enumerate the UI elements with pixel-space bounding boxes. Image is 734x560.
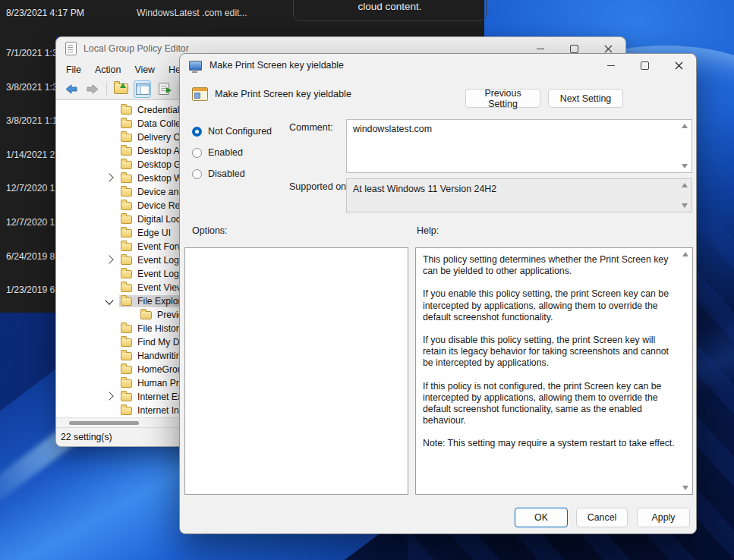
- scroll-down-icon[interactable]: [682, 203, 688, 208]
- file-date: 6/24/2019 8: [6, 251, 55, 262]
- tree-item-label: Desktop Ap: [137, 146, 184, 156]
- chevron-icon[interactable]: [105, 296, 113, 304]
- tree-item-body: Device and: [119, 186, 187, 198]
- gpe-window-title: Local Group Policy Editor: [83, 43, 189, 54]
- folder-icon: [121, 379, 132, 388]
- gpe-app-icon: [65, 42, 77, 55]
- tree-item-body: Find My De: [119, 336, 188, 348]
- minimize-icon: [607, 65, 615, 66]
- tree-item-body: File History: [119, 322, 187, 335]
- text-snippet-box: cloud content.: [293, 0, 487, 21]
- back-button[interactable]: [62, 80, 80, 98]
- folder-icon: [121, 256, 132, 265]
- previous-setting-button[interactable]: Previous Setting: [465, 89, 540, 108]
- file-date-row: 3/8/2021 1:3: [6, 80, 55, 114]
- folder-icon: [121, 407, 132, 415]
- file-date: 1/23/2019 6:: [6, 285, 55, 295]
- apply-button[interactable]: Apply: [637, 508, 690, 527]
- policy-radio-option[interactable]: Disabled: [192, 163, 272, 184]
- help-text: This policy setting determines whether t…: [416, 248, 692, 494]
- setting-header: Make Print Screen key yieldable: [192, 87, 351, 101]
- file-date-row: 1/23/2019 6:: [6, 282, 55, 313]
- next-setting-button[interactable]: Next Setting: [548, 89, 623, 108]
- ok-button[interactable]: OK: [515, 508, 568, 527]
- folder-icon: [121, 243, 132, 251]
- screen: 8/23/2021 4:17 PM WindowsLatest .com edi…: [0, 0, 734, 560]
- help-paragraph: If this policy is not configured, the pr…: [423, 381, 676, 427]
- help-paragraph: This policy setting determines whether t…: [423, 254, 676, 277]
- scroll-down-icon[interactable]: [682, 486, 688, 490]
- maximize-button[interactable]: [628, 54, 662, 77]
- options-label: Options:: [192, 225, 228, 236]
- chevron-icon[interactable]: [105, 255, 113, 263]
- help-panel: This policy setting determines whether t…: [415, 247, 693, 495]
- close-button[interactable]: [662, 54, 696, 77]
- scroll-up-icon[interactable]: [682, 124, 688, 128]
- back-arrow-icon: [65, 84, 77, 94]
- menu-item[interactable]: File: [59, 62, 88, 77]
- tree-item-label: Desktop Wi: [137, 173, 184, 184]
- menu-item[interactable]: Action: [88, 62, 128, 77]
- file-date-list: 7/1/2021 1:3 3/8/2021 1:3 3/8/2021 1:1 1…: [6, 36, 55, 313]
- folder-icon: [121, 188, 132, 197]
- comment-input[interactable]: windowslatest.com: [347, 120, 691, 172]
- setting-header-title: Make Print Screen key yieldable: [215, 89, 351, 99]
- file-date-row: 12/7/2020 12: [6, 215, 55, 249]
- tree-item-body: Desktop Wi: [119, 172, 188, 184]
- file-date-row: 7/1/2021 1:3: [6, 46, 55, 80]
- folder-icon: [121, 270, 132, 278]
- export-list-icon: [159, 83, 169, 95]
- file-date: 8/23/2021 4:17 PM: [6, 8, 84, 18]
- menu-item[interactable]: View: [128, 62, 162, 77]
- toolbar-separator: [106, 82, 107, 96]
- supported-on-label: Supported on:: [289, 181, 349, 192]
- tree-item-body: Human Pre: [119, 377, 188, 389]
- console-tree-icon: [136, 83, 150, 95]
- help-paragraph: If you enable this policy setting, the p…: [423, 288, 676, 323]
- up-one-level-button[interactable]: [112, 80, 130, 98]
- folder-icon: [121, 393, 132, 401]
- file-date: 12/7/2020 12: [6, 183, 55, 193]
- folder-icon: [121, 229, 132, 238]
- tree-item-label: Edge UI: [137, 228, 171, 238]
- file-date-row: 12/7/2020 12: [6, 181, 55, 215]
- chevron-icon[interactable]: [105, 173, 113, 181]
- radio-label: Enabled: [208, 147, 243, 158]
- folder-icon: [140, 311, 152, 319]
- close-icon: [604, 45, 613, 53]
- folder-icon: [121, 147, 132, 156]
- file-date: 3/8/2021 1:1: [6, 115, 55, 126]
- monitor-icon: [189, 61, 202, 71]
- folder-icon: [121, 120, 132, 128]
- forward-button[interactable]: [83, 80, 101, 98]
- gpe-menubar: File Action View Help: [59, 60, 195, 79]
- scrollbar-thumb[interactable]: [69, 421, 139, 425]
- file-date: 1/14/2021 2:: [6, 149, 55, 160]
- minimize-button[interactable]: [594, 54, 628, 77]
- chevron-icon[interactable]: [105, 392, 113, 400]
- show-console-tree-button[interactable]: [134, 80, 151, 98]
- policy-radio-option[interactable]: Enabled: [192, 142, 272, 163]
- tree-item-body: Internet Inf: [119, 404, 185, 417]
- scroll-down-icon[interactable]: [682, 164, 688, 168]
- scroll-up-icon[interactable]: [682, 183, 688, 187]
- file-date: 12/7/2020 12: [6, 217, 55, 228]
- dialog-titlebar[interactable]: Make Print Screen key yieldable: [180, 54, 696, 77]
- help-label: Help:: [417, 225, 439, 236]
- tree-item-label: Digital Lock: [137, 214, 185, 225]
- scroll-up-icon[interactable]: [682, 252, 688, 256]
- export-list-button[interactable]: [155, 80, 172, 98]
- help-paragraph: Note: This setting may require a system …: [423, 438, 676, 449]
- forward-arrow-icon: [87, 84, 99, 94]
- policy-setting-icon: [192, 87, 208, 101]
- folder-icon: [121, 297, 132, 306]
- policy-state-radios: Not Configured Enabled Disabled: [192, 121, 272, 184]
- policy-radio-option[interactable]: Not Configured: [192, 121, 272, 142]
- cancel-button[interactable]: Cancel: [576, 508, 628, 527]
- supported-on-value: At least Windows 11 Version 24H2: [347, 179, 691, 194]
- supported-on-field: At least Windows 11 Version 24H2: [346, 178, 692, 212]
- tree-item-label: Internet Inf: [137, 405, 181, 416]
- toolbar-separator: [178, 82, 178, 96]
- file-date-row: 6/24/2019 8: [6, 249, 55, 283]
- tree-item-label: Human Pre: [137, 378, 184, 389]
